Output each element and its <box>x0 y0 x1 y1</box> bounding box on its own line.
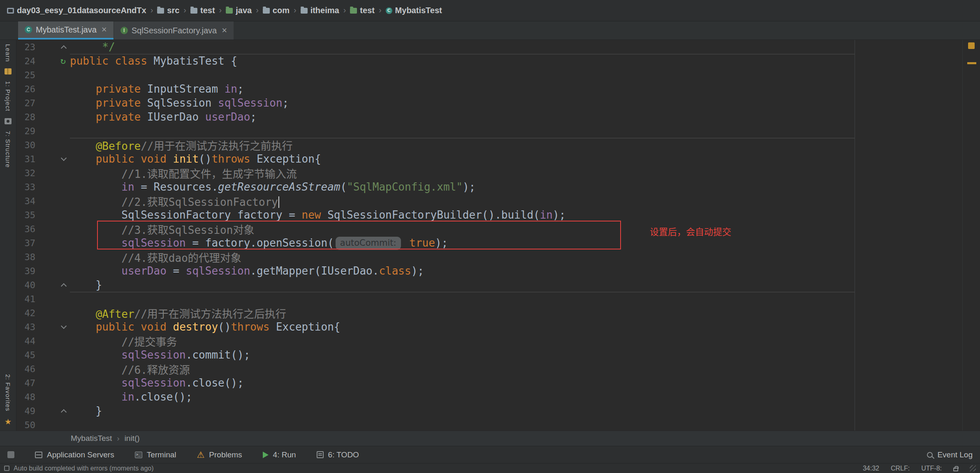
breadcrumb-item[interactable]: test <box>189 6 216 15</box>
line-number[interactable]: 26 <box>16 84 35 94</box>
breadcrumb-item[interactable]: com <box>262 6 291 15</box>
code-line[interactable]: 23 */ <box>16 40 962 54</box>
star-icon[interactable] <box>5 418 12 426</box>
warning-mark-icon[interactable] <box>967 62 976 64</box>
code-line[interactable]: 45 sqlSession.commit(); <box>16 348 962 362</box>
code-line[interactable]: 42 @After//用于在测试方法执行之后执行 <box>16 306 962 320</box>
code-line[interactable]: 30 @Before//用于在测试方法执行之前执行 <box>16 138 962 152</box>
fold-icon[interactable] <box>35 410 70 412</box>
tool-window-button[interactable]: 2: Favorites <box>5 374 12 411</box>
fold-icon[interactable] <box>35 326 70 328</box>
line-number[interactable]: 33 <box>16 182 35 192</box>
line-number[interactable]: 48 <box>16 392 35 402</box>
close-icon[interactable]: × <box>222 26 227 35</box>
line-number[interactable]: 32 <box>16 168 35 178</box>
code-line[interactable]: 39 userDao = sqlSession.getMapper(IUserD… <box>16 264 962 278</box>
toolbar-button[interactable] <box>7 451 14 458</box>
line-number[interactable]: 30 <box>16 140 35 150</box>
code-line[interactable]: 25 <box>16 68 962 82</box>
status-segment[interactable]: UTF-8: <box>921 465 942 472</box>
lock-icon[interactable] <box>953 468 958 471</box>
run-icon <box>263 452 269 458</box>
breadcrumb-item[interactable]: MybatisTest <box>71 434 112 443</box>
breadcrumb-item[interactable]: MybatisTest <box>385 6 443 15</box>
fold-icon[interactable] <box>35 284 70 286</box>
toolbar-button[interactable]: 4: Run <box>263 450 296 459</box>
run-test-icon[interactable] <box>35 56 70 65</box>
line-number[interactable]: 40 <box>16 280 35 290</box>
code-line[interactable]: 47 sqlSession.close(); <box>16 376 962 390</box>
inspection-status-icon[interactable] <box>968 42 975 49</box>
breadcrumb-separator: › <box>256 5 259 15</box>
toolbar-button[interactable]: Event Log <box>927 450 973 459</box>
code-line[interactable]: 24public class MybatisTest { <box>16 54 962 68</box>
code-line[interactable]: 44 //提交事务 <box>16 334 962 348</box>
code-line[interactable]: 36 //3.获取SqlSession对象 <box>16 222 962 236</box>
code-line[interactable]: 26 private InputStream in; <box>16 82 962 96</box>
close-icon[interactable]: × <box>102 25 107 34</box>
breadcrumb-item[interactable]: test <box>349 6 376 15</box>
toolbar-button[interactable]: Terminal <box>135 450 176 459</box>
line-number[interactable]: 43 <box>16 322 35 332</box>
breadcrumb-item[interactable]: day03_eesy_01datasourceAndTx <box>6 6 148 15</box>
toolbar-button[interactable]: Problems <box>197 450 242 459</box>
line-number[interactable]: 47 <box>16 378 35 388</box>
breadcrumb-item[interactable]: itheima <box>299 6 341 15</box>
code-line[interactable]: 34 //2.获取SqlSessionFactory <box>16 194 962 208</box>
line-number[interactable]: 29 <box>16 126 35 136</box>
fold-icon[interactable] <box>35 46 70 48</box>
code-line[interactable]: 37 sqlSession = factory.openSession(auto… <box>16 236 962 250</box>
toolbar-button[interactable]: 6: TODO <box>317 450 359 459</box>
line-number[interactable]: 39 <box>16 266 35 276</box>
editor-tab[interactable]: SqlSessionFactory.java× <box>114 21 234 40</box>
code-line[interactable]: 33 in = Resources.getResourceAsStream("S… <box>16 180 962 194</box>
code-line[interactable]: 49 } <box>16 404 962 418</box>
code-line[interactable]: 31 public void init()throws Exception{ <box>16 152 962 166</box>
code-editor[interactable]: 23 */24public class MybatisTest {2526 pr… <box>16 40 962 431</box>
line-number[interactable]: 36 <box>16 224 35 234</box>
code-line[interactable]: 48 in.close(); <box>16 390 962 404</box>
breadcrumb-item[interactable]: src <box>156 6 181 15</box>
code-line[interactable]: 50 <box>16 418 962 431</box>
line-number[interactable]: 35 <box>16 210 35 220</box>
code-line[interactable]: 28 private IUserDao userDao; <box>16 110 962 124</box>
resize-grip-icon[interactable] <box>970 465 976 471</box>
fold-icon[interactable] <box>35 158 70 160</box>
code-line[interactable]: 41 <box>16 292 962 306</box>
code-line[interactable]: 43 public void destroy()throws Exception… <box>16 320 962 334</box>
code-line[interactable]: 40 } <box>16 278 962 292</box>
line-number[interactable]: 38 <box>16 252 35 262</box>
line-number[interactable]: 23 <box>16 42 35 52</box>
status-segment[interactable]: 34:32 <box>863 465 879 472</box>
line-number[interactable]: 24 <box>16 56 35 66</box>
line-number[interactable]: 37 <box>16 238 35 248</box>
breadcrumb-item[interactable]: init() <box>125 434 140 443</box>
code-line[interactable]: 38 //4.获取dao的代理对象 <box>16 250 962 264</box>
line-number[interactable]: 45 <box>16 350 35 360</box>
code-line[interactable]: 29 <box>16 124 962 138</box>
camera-icon[interactable] <box>5 118 12 124</box>
code-line[interactable]: 27 private SqlSession sqlSession; <box>16 96 962 110</box>
line-number[interactable]: 25 <box>16 70 35 80</box>
line-number[interactable]: 44 <box>16 336 35 346</box>
line-number[interactable]: 28 <box>16 112 35 122</box>
line-number[interactable]: 46 <box>16 364 35 374</box>
breadcrumb-item[interactable]: java <box>225 6 253 15</box>
toolbar-button[interactable]: Application Servers <box>35 450 114 459</box>
line-number[interactable]: 31 <box>16 154 35 164</box>
tool-window-button[interactable]: 7: Structure <box>5 131 12 168</box>
code-line[interactable]: 46 //6.释放资源 <box>16 362 962 376</box>
editor-tab[interactable]: MybatisTest.java× <box>18 21 114 40</box>
code-line[interactable]: 35 SqlSessionFactory factory = new SqlSe… <box>16 208 962 222</box>
line-number[interactable]: 34 <box>16 196 35 206</box>
status-segment[interactable]: CRLF: <box>891 465 910 472</box>
line-number[interactable]: 41 <box>16 294 35 304</box>
book-icon[interactable] <box>5 68 12 75</box>
code-line[interactable]: 32 //1.读取配置文件，生成字节输入流 <box>16 166 962 180</box>
line-number[interactable]: 50 <box>16 420 35 430</box>
tool-window-button[interactable]: Learn <box>5 44 12 62</box>
line-number[interactable]: 42 <box>16 308 35 318</box>
tool-window-button[interactable]: 1: Project <box>5 81 12 111</box>
line-number[interactable]: 27 <box>16 98 35 108</box>
line-number[interactable]: 49 <box>16 406 35 416</box>
